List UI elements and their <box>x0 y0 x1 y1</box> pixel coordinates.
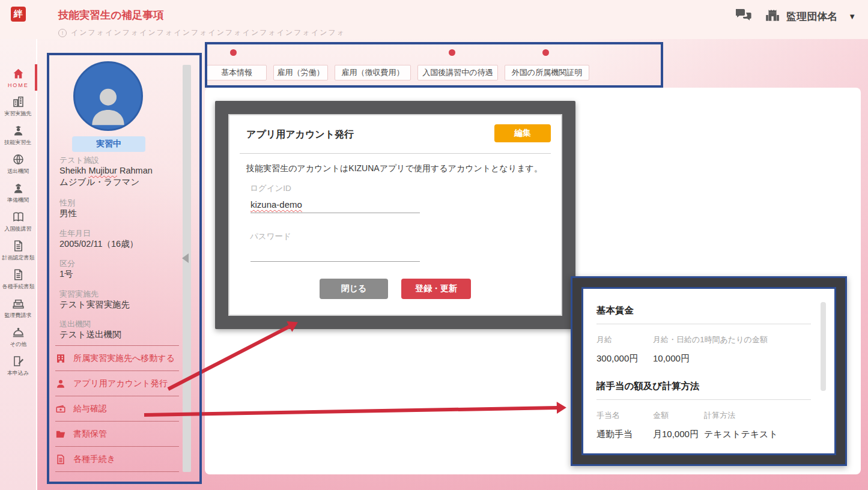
trainee-name-en: Sheikh Mujibur Rahman <box>59 165 183 177</box>
login-id-field[interactable]: kizuna-demo <box>250 199 302 210</box>
link-move-to-training-site[interactable]: 所属実習実施先へ移動する <box>55 346 179 371</box>
login-id-underline <box>250 213 420 213</box>
close-button[interactable]: 閉じる <box>320 279 388 299</box>
divider <box>596 399 811 400</box>
link-various-procedures[interactable]: 各種手続き <box>55 447 179 472</box>
book-icon <box>12 211 25 223</box>
home-icon <box>12 67 25 80</box>
modal-content: アプリ用アカウント発行 編集 技能実習生のアカウントはKIZUNAアプリで使用す… <box>229 115 561 315</box>
sidebar-item-preparation-orgs[interactable]: 準備機関 <box>0 178 36 207</box>
status-dot <box>230 49 237 56</box>
chevron-down-icon: ▼ <box>848 12 856 21</box>
tab-basic-info[interactable]: 基本情報 <box>207 65 267 80</box>
tab-employment-labor[interactable]: 雇用（労働） <box>273 65 328 80</box>
wallet-icon <box>55 404 66 414</box>
hourly-wage-value: 10,000円 <box>653 353 690 364</box>
profile-action-links: 所属実習実施先へ移動する アプリ用アカウント発行 給与確認 書類保管 各種手続き <box>55 345 179 472</box>
link-salary-check[interactable]: 給与確認 <box>55 396 179 422</box>
tab-bar: 基本情報 雇用（労働） 雇用（徴収費用） 入国後講習中の待遇 外国の所属機関証明 <box>207 65 589 80</box>
category-value: 1号 <box>59 268 183 280</box>
document-icon <box>55 454 66 465</box>
pen-document-icon <box>12 355 25 368</box>
profile-details: テスト施設 Sheikh Mujibur Rahman ムジブル・ラフマン 性別… <box>59 155 183 349</box>
info-icon: ! <box>58 29 67 37</box>
sidebar-item-training-sites[interactable]: 実習実施先 <box>0 92 36 121</box>
divider <box>596 324 811 324</box>
sidebar-item-other[interactable]: その他 <box>0 322 36 351</box>
sidebar-item-sending-orgs[interactable]: 送出機関 <box>0 150 36 178</box>
password-label: パスワード <box>250 231 291 242</box>
folder-icon <box>55 429 66 440</box>
app-logo: 絆 <box>11 7 26 22</box>
modal-title: アプリ用アカウント発行 <box>246 129 354 141</box>
edit-button[interactable]: 編集 <box>494 124 551 142</box>
allowance-amount: 月10,000円 <box>653 429 699 440</box>
allowance-method: テキストテキスト <box>704 429 778 440</box>
buildings-icon <box>12 95 25 108</box>
sending-org-value: テスト送出機関 <box>59 329 183 340</box>
sidebar-item-procedure-docs[interactable]: 各種手続書類 <box>0 265 36 294</box>
panel-collapse-handle[interactable] <box>183 65 191 472</box>
avatar <box>73 61 143 131</box>
sidebar-item-plan-certification-docs[interactable]: 計画認定書類 <box>0 236 36 265</box>
status-dot <box>449 49 455 56</box>
salary-panel-content: 基本賃金 月給 月給・日給の1時間あたりの金額 300,000円 10,000円… <box>581 287 836 455</box>
sidebar-item-supervision-fee-billing[interactable]: 監理費請求 <box>0 294 36 322</box>
link-app-account-issue[interactable]: アプリ用アカウント発行 <box>55 371 179 396</box>
sidebar-item-post-entry-lecture[interactable]: 入国後講習 <box>0 207 36 236</box>
sidebar-item-application[interactable]: 本申込み <box>0 351 36 380</box>
sidebar-item-trainees[interactable]: 技能実習生 <box>0 121 36 150</box>
page-title: 技能実習生の補足事項 <box>58 8 163 22</box>
salary-panel: 基本賃金 月給 月給・日給の1時間あたりの金額 300,000円 10,000円… <box>571 276 847 466</box>
app-header: 絆 技能実習生の補足事項 ! インフォインフォインフォインフォインフォインフォイ… <box>0 0 868 39</box>
password-underline <box>250 261 420 262</box>
organization-name: 監理団体名 <box>786 10 837 23</box>
person-silhouette-icon <box>84 81 132 129</box>
modal-description: 技能実習生のアカウントはKIZUNAアプリで使用するアカウントとなります。 <box>246 163 542 174</box>
globe-icon <box>12 153 25 166</box>
login-id-label: ログインID <box>250 183 291 194</box>
cash-register-icon <box>12 297 25 310</box>
tab-foreign-org-certificate[interactable]: 外国の所属機関証明 <box>505 65 589 80</box>
sidebar: HOME 実習実施先 技能実習生 送出機関 準備機関 入国後講習 計画認定書類 … <box>0 39 37 490</box>
organization-icon <box>765 7 780 25</box>
status-badge: 実習中 <box>72 136 145 152</box>
document-icon <box>12 268 25 281</box>
app-account-modal: アプリ用アカウント発行 編集 技能実習生のアカウントはKIZUNAアプリで使用す… <box>215 101 575 329</box>
basic-wage-heading: 基本賃金 <box>596 304 634 317</box>
trainee-icon <box>12 124 25 137</box>
sidebar-item-home[interactable]: HOME <box>0 63 36 92</box>
chat-icon[interactable] <box>735 8 751 25</box>
tab-employment-fees[interactable]: 雇用（徴収費用） <box>335 65 411 80</box>
tab-post-entry-treatment[interactable]: 入国後講習中の待遇 <box>417 65 498 80</box>
allowance-name: 通勤手当 <box>596 429 633 440</box>
divider <box>240 153 551 154</box>
info-banner: ! インフォインフォインフォインフォインフォインフォインフォインフォ <box>58 28 345 38</box>
status-dot <box>542 49 549 56</box>
gender-value: 男性 <box>59 208 183 219</box>
cloche-icon <box>12 326 25 339</box>
organization-menu[interactable]: 監理団体名 ▼ <box>765 7 856 25</box>
document-icon <box>12 240 25 252</box>
training-site-value: テスト実習実施先 <box>59 299 183 310</box>
facility-label: テスト施設 <box>59 155 183 165</box>
register-update-button[interactable]: 登録・更新 <box>401 279 471 299</box>
trainee-name-kana: ムジブル・ラフマン <box>59 177 183 188</box>
birthdate-value: 2005/02/11（16歳） <box>59 238 183 250</box>
collapse-left-icon[interactable] <box>182 253 189 263</box>
person-icon <box>55 378 66 389</box>
link-document-storage[interactable]: 書類保管 <box>55 422 179 447</box>
officer-icon <box>12 182 25 195</box>
monthly-wage-value: 300,000円 <box>596 353 638 364</box>
info-text: インフォインフォインフォインフォインフォインフォインフォインフォ <box>71 28 345 38</box>
allowances-heading: 諸手当の額及び計算方法 <box>596 380 699 393</box>
building-icon <box>55 353 66 364</box>
scrollbar[interactable] <box>821 302 826 391</box>
